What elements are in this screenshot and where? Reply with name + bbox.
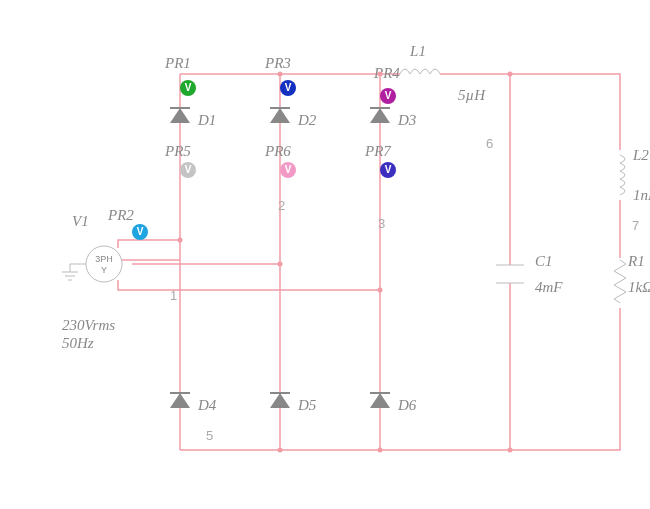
c1-ref: C1 [535,253,553,269]
net-5: 5 [206,428,213,443]
svg-point-24 [278,72,283,77]
svg-text:V: V [385,90,392,101]
src-top: 3PH [95,254,113,264]
svg-rect-3 [610,258,630,308]
svg-point-16 [86,246,122,282]
svg-marker-4 [170,108,190,123]
net-2: 2 [278,198,285,213]
pr6-ref: PR6 [264,143,291,159]
svg-point-27 [508,448,513,453]
v1-hz: 50Hz [62,335,94,351]
d2-ref: D2 [297,112,317,128]
r1-val: 1kΩ [628,279,650,295]
svg-text:V: V [285,164,292,175]
pr2-ref: PR2 [107,207,134,223]
pr1-ref: PR1 [164,55,191,71]
svg-marker-10 [170,393,190,408]
c1-val: 4mF [535,279,563,295]
ground-icon [62,264,86,280]
svg-text:V: V [185,82,192,93]
svg-text:V: V [185,164,192,175]
pr4-ref: PR4 [373,65,400,81]
v1-rms: 230Vrms [62,317,115,333]
svg-point-29 [378,448,383,453]
svg-text:V: V [137,226,144,237]
svg-marker-14 [370,393,390,408]
diode-d2 [270,108,290,123]
diode-d5 [270,393,290,408]
svg-point-28 [278,448,283,453]
net-3: 3 [378,216,385,231]
pr3-ref: PR3 [264,55,291,71]
inductor-l1 [400,69,440,74]
svg-point-30 [178,238,183,243]
l1-val: 5µH [458,87,486,103]
diode-d3 [370,108,390,123]
d4-ref: D4 [197,397,217,413]
svg-marker-6 [270,108,290,123]
diode-d4 [170,393,190,408]
svg-marker-8 [370,108,390,123]
net-7: 7 [632,218,639,233]
diode-d6 [370,393,390,408]
v1-ref: V1 [72,213,89,229]
svg-point-31 [278,262,283,267]
svg-text:V: V [385,164,392,175]
svg-point-32 [378,288,383,293]
r1-ref: R1 [627,253,645,269]
svg-point-26 [508,72,513,77]
svg-text:V: V [285,82,292,93]
d6-ref: D6 [397,397,417,413]
svg-point-25 [378,72,383,77]
src-bot: Y [101,265,107,275]
d5-ref: D5 [297,397,317,413]
pr5-ref: PR5 [164,143,191,159]
net-6: 6 [486,136,493,151]
l2-ref: L2 [632,147,649,163]
d3-ref: D3 [397,112,416,128]
d1-ref: D1 [197,112,216,128]
pr7-ref: PR7 [364,143,392,159]
svg-marker-12 [270,393,290,408]
diode-d1 [170,108,190,123]
l1-ref: L1 [409,43,426,59]
l2-val: 1nH [633,187,650,203]
